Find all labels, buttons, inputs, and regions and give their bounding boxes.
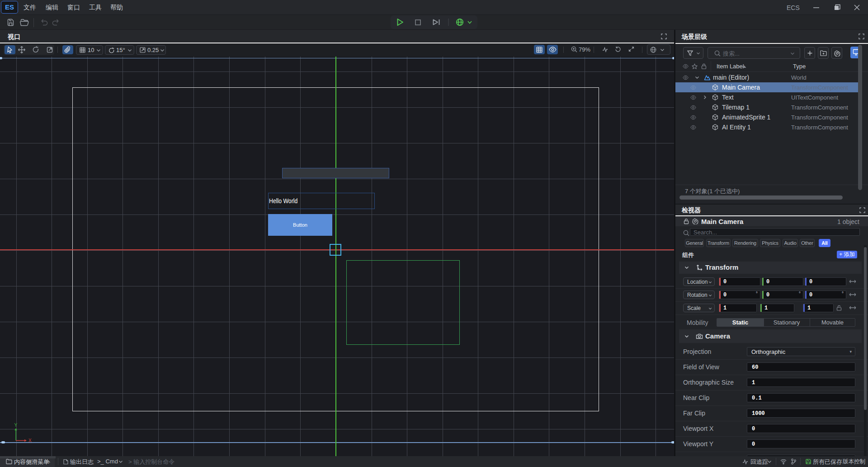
svg-text:X: X [28,438,32,443]
svg-text:Y: Y [14,423,18,428]
